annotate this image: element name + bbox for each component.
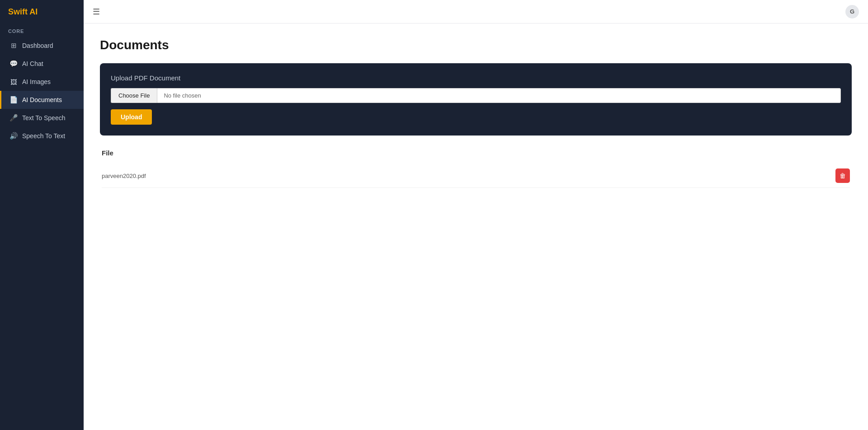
sidebar-item-dashboard[interactable]: ⊞ Dashboard	[0, 37, 84, 55]
sidebar-item-label: AI Chat	[22, 60, 43, 67]
images-icon: 🖼	[9, 78, 18, 86]
sidebar-item-label: AI Documents	[22, 96, 62, 103]
page-title: Documents	[100, 38, 852, 52]
main-area: ☰ G Documents Upload PDF Document Choose…	[84, 0, 868, 430]
sidebar-section-label: CORE	[0, 24, 84, 37]
sidebar: Swift AI CORE ⊞ Dashboard 💬 AI Chat 🖼 AI…	[0, 0, 84, 430]
upload-button[interactable]: Upload	[111, 109, 152, 125]
speech-to-text-icon: 🔊	[9, 132, 18, 140]
topbar: ☰ G	[84, 0, 868, 23]
sidebar-item-label: Dashboard	[22, 42, 53, 49]
choose-file-button[interactable]: Choose File	[111, 88, 157, 103]
table-row: parveen2020.pdf 🗑	[102, 164, 850, 188]
files-section: File parveen2020.pdf 🗑	[100, 149, 852, 188]
upload-card-label: Upload PDF Document	[111, 74, 841, 82]
text-to-speech-icon: 🎤	[9, 114, 18, 122]
sidebar-item-ai-documents[interactable]: 📄 AI Documents	[0, 91, 84, 109]
content-area: Documents Upload PDF Document Choose Fil…	[84, 23, 868, 430]
upload-card: Upload PDF Document Choose File No file …	[100, 63, 852, 136]
sidebar-item-ai-chat[interactable]: 💬 AI Chat	[0, 55, 84, 73]
dashboard-icon: ⊞	[9, 42, 18, 50]
sidebar-item-label: Text To Speech	[22, 114, 65, 122]
documents-icon: 📄	[9, 96, 18, 104]
sidebar-item-label: Speech To Text	[22, 132, 65, 140]
sidebar-item-label: AI Images	[22, 78, 51, 85]
trash-icon: 🗑	[840, 172, 846, 179]
app-logo: Swift AI	[0, 0, 84, 24]
file-input-row: Choose File No file chosen	[111, 88, 841, 103]
delete-file-button[interactable]: 🗑	[835, 168, 850, 183]
chat-icon: 💬	[9, 60, 18, 68]
menu-toggle-icon[interactable]: ☰	[93, 7, 100, 17]
file-name-display: No file chosen	[157, 88, 841, 103]
sidebar-item-text-to-speech[interactable]: 🎤 Text To Speech	[0, 109, 84, 127]
sidebar-item-ai-images[interactable]: 🖼 AI Images	[0, 73, 84, 91]
user-avatar[interactable]: G	[845, 5, 859, 19]
files-section-title: File	[102, 149, 850, 157]
file-name: parveen2020.pdf	[102, 173, 146, 179]
sidebar-item-speech-to-text[interactable]: 🔊 Speech To Text	[0, 127, 84, 145]
